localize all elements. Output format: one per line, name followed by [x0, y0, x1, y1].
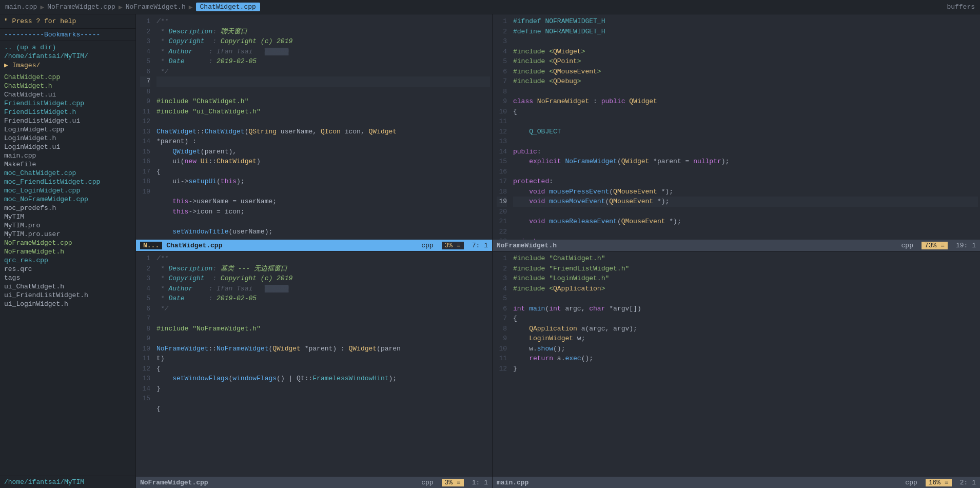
statusbar-right: cpp 3% ≡ 7: 1 [421, 242, 488, 249]
sidebar-file-chatwidget-ui[interactable]: ChatWidget.ui [4, 90, 131, 99]
sidebar-file-moc-friendlist[interactable]: moc_FriendListWidget.cpp [4, 178, 131, 186]
sidebar-file-loginwidget-h[interactable]: LoginWidget.h [4, 134, 131, 143]
sidebar-file-qrc-res[interactable]: qrc_res.cpp [4, 256, 131, 265]
sidebar-file-friendlistwidget-ui[interactable]: FriendListWidget.ui [4, 116, 131, 125]
buffers-label: buffers [947, 3, 975, 11]
sidebar-file-makefile[interactable]: Makefile [4, 160, 131, 169]
breadcrumb-noframewidget-cpp[interactable]: NoFrameWidget.cpp [47, 3, 115, 11]
sidebar-file-res-qrc[interactable]: res.qrc [4, 265, 131, 274]
mode-badge: N... [140, 242, 162, 249]
sidebar-file-friendlistwidget-h[interactable]: FriendListWidget.h [4, 108, 131, 116]
nfw-h-right: cpp 73% ≡ 19: 1 [901, 242, 976, 249]
chatwidget-line-numbers: 123456 7 89111213 141516171819 [136, 14, 154, 240]
nfw-h-progress: 73% ≡ [922, 242, 948, 249]
sidebar-file-chatwidget-h[interactable]: ChatWidget.h [4, 82, 131, 90]
sidebar-nav-dir[interactable]: /home/ifantsai/MyTIM/ [4, 52, 131, 61]
sidebar-file-mytim[interactable]: MyTIM [4, 212, 131, 221]
nfw-h-linenums: 123456 789101112 131415161718 192021 222… [493, 14, 511, 240]
sidebar-file-mytim-pro-user[interactable]: MyTIM.pro.user [4, 230, 131, 239]
sidebar-file-moc-predefs[interactable]: moc_predefs.h [4, 204, 131, 212]
nfw-right: cpp 3% ≡ 1: 1 [421, 479, 488, 486]
noframewidget-cpp-statusbar: NoFrameWidget.cpp cpp 3% ≡ 1: 1 [136, 477, 492, 488]
chatwidget-cpp-content[interactable]: 123456 7 89111213 141516171819 /** * Des… [136, 14, 492, 240]
sidebar-file-ui-chatwidget[interactable]: ui_ChatWidget.h [4, 282, 131, 291]
main-cpp-progress: 16% ≡ [926, 479, 952, 486]
chatwidget-cpp-panel: 123456 7 89111213 141516171819 /** * Des… [136, 14, 492, 251]
nfw-h-position: 19: 1 [956, 242, 976, 249]
nfw-h-filetype: cpp [901, 242, 913, 249]
right-pane: 123456 789101112 131415161718 192021 222… [493, 14, 980, 488]
main-cpp-right: cpp 16% ≡ 2: 1 [905, 479, 976, 486]
sidebar-file-friendlistwidget-cpp[interactable]: FriendListWidget.cpp [4, 99, 131, 108]
breadcrumb-noframewidget-h[interactable]: NoFrameWidget.h [126, 3, 186, 11]
noframewidget-h-panel: 123456 789101112 131415161718 192021 222… [493, 14, 980, 251]
sidebar-file-moc-chatwidget[interactable]: moc_ChatWidget.cpp [4, 169, 131, 178]
nfw-position: 1: 1 [472, 479, 488, 486]
sidebar-file-ui-friendlist[interactable]: ui_FriendListWidget.h [4, 291, 131, 300]
main-cpp-filename: main.cpp [497, 479, 528, 486]
nfw-filetype: cpp [421, 479, 433, 486]
nfw-filename: NoFrameWidget.cpp [140, 479, 208, 486]
main-cpp-lines[interactable]: #include "ChatWidget.h" #include "Friend… [511, 251, 980, 477]
sidebar-file-loginwidget-ui[interactable]: LoginWidget.ui [4, 143, 131, 151]
noframewidget-h-content[interactable]: 123456 789101112 131415161718 192021 222… [493, 14, 980, 240]
noframewidget-cpp-panel: 123456 789101112 131415 /** * Descriptio… [136, 251, 492, 488]
breadcrumb-chatwidget-cpp[interactable]: ChatWidget.cpp [196, 3, 260, 11]
sidebar-file-loginwidget-cpp[interactable]: LoginWidget.cpp [4, 125, 131, 134]
progress: 3% ≡ [442, 242, 464, 249]
sidebar-bookmarks: ----------Bookmarks----- [0, 29, 135, 41]
sidebar-footer: /home/ifantsai/MyTIM [0, 476, 135, 488]
sidebar-file-moc-login[interactable]: moc_LoginWidget.cpp [4, 186, 131, 195]
sidebar-file-mytim-pro[interactable]: MyTIM.pro [4, 221, 131, 230]
sidebar-file-noframewidget-cpp[interactable]: NoFrameWidget.cpp [4, 239, 131, 247]
main-cpp-statusbar: main.cpp cpp 16% ≡ 2: 1 [493, 477, 980, 488]
sidebar-nav-images[interactable]: ▶ Images/ [4, 61, 131, 70]
main-content: " Press ? for help ----------Bookmarks--… [0, 14, 980, 488]
breadcrumb-bar: main.cpp ▶ NoFrameWidget.cpp ▶ NoFrameWi… [0, 0, 980, 14]
sidebar-nav: .. (up a dir) /home/ifantsai/MyTIM/ ▶ Im… [0, 41, 135, 72]
filetype: cpp [421, 242, 433, 249]
main-cpp-panel: 123456 789101112 #include "ChatWidget.h"… [493, 251, 980, 488]
nfw-h-lines[interactable]: #ifndef NOFRAMEWIDGET_H #define NOFRAMEW… [511, 14, 980, 240]
sidebar-help: " Press ? for help [0, 14, 135, 29]
main-cpp-linenums: 123456 789101112 [493, 251, 511, 477]
sidebar-file-moc-noframe[interactable]: moc_NoFrameWidget.cpp [4, 195, 131, 204]
code-area: 123456 7 89111213 141516171819 /** * Des… [136, 14, 980, 488]
filename-label: ChatWidget.cpp [166, 242, 222, 249]
main-cpp-filetype: cpp [905, 479, 917, 486]
noframewidget-cpp-lines[interactable]: /** * Description: 基类 --- 无边框窗口 * Copyri… [154, 251, 492, 477]
noframewidget-cpp-content[interactable]: 123456 789101112 131415 /** * Descriptio… [136, 251, 492, 477]
sidebar-files: ChatWidget.cpp ChatWidget.h ChatWidget.u… [0, 72, 135, 476]
main-cpp-position: 2: 1 [960, 479, 976, 486]
nfw-progress: 3% ≡ [442, 479, 464, 486]
main-cpp-content[interactable]: 123456 789101112 #include "ChatWidget.h"… [493, 251, 980, 477]
noframewidget-cpp-linenums: 123456 789101112 131415 [136, 251, 154, 477]
sidebar-nav-up[interactable]: .. (up a dir) [4, 43, 131, 52]
sidebar-file-chatwidget-cpp[interactable]: ChatWidget.cpp [4, 73, 131, 82]
sidebar-file-main-cpp[interactable]: main.cpp [4, 151, 131, 160]
position: 7: 1 [472, 242, 488, 249]
sidebar-file-noframewidget-h[interactable]: NoFrameWidget.h [4, 247, 131, 256]
sidebar-file-ui-login[interactable]: ui_LoginWidget.h [4, 300, 131, 308]
nfw-h-filename: NoFrameWidget.h [497, 242, 557, 249]
left-pane: 123456 7 89111213 141516171819 /** * Des… [136, 14, 493, 488]
breadcrumb-main-cpp[interactable]: main.cpp [5, 3, 37, 11]
sidebar: " Press ? for help ----------Bookmarks--… [0, 14, 136, 488]
sidebar-file-tags[interactable]: tags [4, 274, 131, 282]
split-view: 123456 7 89111213 141516171819 /** * Des… [136, 14, 980, 488]
nfw-h-statusbar: NoFrameWidget.h cpp 73% ≡ 19: 1 [493, 240, 980, 251]
chatwidget-statusbar: N... ChatWidget.cpp cpp 3% ≡ 7: 1 [136, 240, 492, 251]
chatwidget-cpp-lines[interactable]: /** * Description: 聊天窗口 * Copyright : Co… [154, 14, 492, 240]
